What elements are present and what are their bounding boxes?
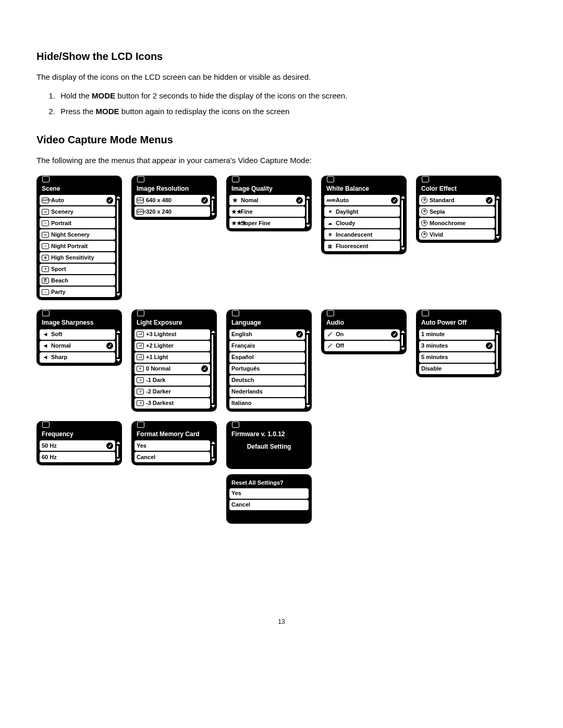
check-icon: ✓: [486, 342, 493, 349]
item-icon: ☀: [326, 209, 334, 215]
menu-item: -1-1 Dark: [134, 375, 210, 386]
item-label: Monochrome: [430, 220, 493, 227]
menu-item: -3-3 Darkest: [134, 398, 210, 409]
scroll-indicator: [496, 195, 498, 240]
item-label: Scenery: [51, 208, 113, 215]
menu-item: Cancel: [229, 500, 309, 510]
scroll-indicator: [306, 195, 309, 228]
item-label: Nederlands: [231, 388, 303, 395]
scroll-indicator: [211, 440, 214, 462]
tab-icon: [41, 310, 51, 317]
menu-resolution-list: VGA640 x 480✓QVGA320 x 240: [134, 195, 210, 217]
menu-item: QVGA320 x 240: [134, 206, 210, 217]
item-label: +2 Lighter: [146, 342, 208, 349]
menu-item: 5 minutes: [419, 352, 495, 363]
item-icon: 🎤: [326, 343, 334, 349]
item-label: Português: [231, 365, 303, 372]
menu-item: 🎤On✓: [324, 329, 400, 340]
menu-item: Disable: [419, 364, 495, 374]
menu-item: Deutsch: [229, 375, 305, 386]
menu-frequency-list: 50 Hz✓60 Hz: [40, 440, 115, 462]
item-icon: AUTO: [42, 198, 49, 203]
menu-item: 3 minutes✓: [419, 341, 495, 351]
item-label: +1 Light: [146, 354, 208, 361]
item-icon: ♫: [42, 289, 49, 295]
menu-item: ★★★Super Fine: [229, 218, 305, 228]
menu-item: +2+2 Lighter: [134, 341, 210, 351]
menu-item: ✿Standard✓: [419, 195, 495, 205]
item-label: Français: [231, 342, 303, 349]
item-label: Fluorescent: [336, 243, 398, 250]
menu-scene-list: AUTOAuto✓▭Scenery☺Portrait▭Night Scenery…: [40, 195, 115, 297]
item-icon: ▭: [42, 232, 49, 238]
item-label: Yes: [231, 490, 307, 497]
check-icon: ✓: [106, 442, 113, 449]
menu-reset-settings: Reset All Settings? YesCancel: [226, 474, 312, 524]
item-icon: ✦: [42, 266, 49, 272]
item-icon: ☁: [326, 220, 334, 226]
menu-item: ◐High Sensitivity: [40, 252, 115, 263]
item-label: Italiano: [231, 400, 303, 406]
tab-icon: [230, 421, 241, 428]
scroll-indicator: [211, 329, 214, 409]
item-icon: ✿: [421, 197, 427, 203]
item-icon: ★★★: [231, 220, 239, 226]
item-label: English: [231, 331, 294, 338]
item-icon: -3: [137, 400, 144, 406]
item-icon: VGA: [137, 198, 144, 203]
item-label: -1 Dark: [146, 377, 208, 384]
check-icon: ✓: [106, 197, 113, 204]
menu-item: ✿Monochrome: [419, 218, 495, 228]
item-label: 5 minutes: [421, 354, 493, 361]
menu-item: ◀Soft: [40, 329, 115, 340]
menu-item: Français: [229, 341, 305, 351]
menu-item: ✿Sepia: [419, 206, 495, 217]
item-icon: +2: [137, 343, 144, 349]
scroll-indicator: [401, 195, 403, 251]
menu-item: ◀Normal✓: [40, 341, 115, 351]
item-label: On: [336, 331, 389, 338]
menu-item: 1 minute: [419, 329, 495, 340]
item-label: Portrait: [51, 220, 113, 227]
menu-firmware-wrap: Firmware v. 1.0.12 Default Setting Reset…: [226, 421, 312, 524]
item-icon: ☺: [42, 220, 49, 226]
item-icon: 🎤: [326, 331, 334, 337]
item-label: Vivid: [430, 231, 493, 238]
item-icon: ★: [231, 198, 239, 203]
menu-item: ✿Vivid: [419, 229, 495, 240]
item-label: Off: [336, 342, 398, 349]
menu-item: 🎤Off: [324, 341, 400, 351]
menu-frequency: Frequency 50 Hz✓60 Hz: [36, 421, 122, 465]
item-label: 50 Hz: [42, 442, 104, 449]
tab-icon: [325, 310, 336, 317]
menu-exposure: Light Exposure +3+3 Lightest+2+2 Lighter…: [131, 310, 217, 411]
tab-icon: [136, 310, 146, 317]
item-label: 1 minute: [421, 331, 493, 338]
item-label: Night Scenery: [51, 231, 113, 238]
item-icon: +3: [137, 331, 144, 337]
item-label: 60 Hz: [42, 454, 113, 461]
item-icon: ▭: [42, 209, 49, 215]
item-label: Cloudy: [336, 220, 398, 227]
item-icon: ⛱: [42, 278, 49, 283]
default-setting-button: Default Setting: [229, 440, 309, 453]
step-1: Hold the MODE button for 2 seconds to hi…: [57, 90, 527, 102]
menu-quality-list: ★Nomal✓★★Fine★★★Super Fine: [229, 195, 305, 228]
menu-item: Português: [229, 364, 305, 374]
tab-icon: [136, 176, 146, 183]
item-label: Sharp: [51, 354, 113, 361]
item-label: -3 Darkest: [146, 400, 208, 406]
tab-icon: [230, 176, 241, 183]
item-label: Incandescent: [336, 231, 398, 238]
menu-item: ✦Sport: [40, 264, 115, 274]
item-label: Cancel: [137, 454, 208, 461]
menu-item: ★★Fine: [229, 206, 305, 217]
item-label: Beach: [51, 277, 113, 284]
check-icon: ✓: [201, 365, 208, 372]
check-icon: ✓: [106, 342, 113, 349]
menu-item: ⛱Beach: [40, 275, 115, 286]
item-icon: ★★: [231, 209, 239, 215]
heading-video-menus: Video Capture Mode Menus: [36, 132, 527, 147]
item-label: Night Portrait: [51, 243, 113, 250]
item-label: Party: [51, 289, 113, 295]
